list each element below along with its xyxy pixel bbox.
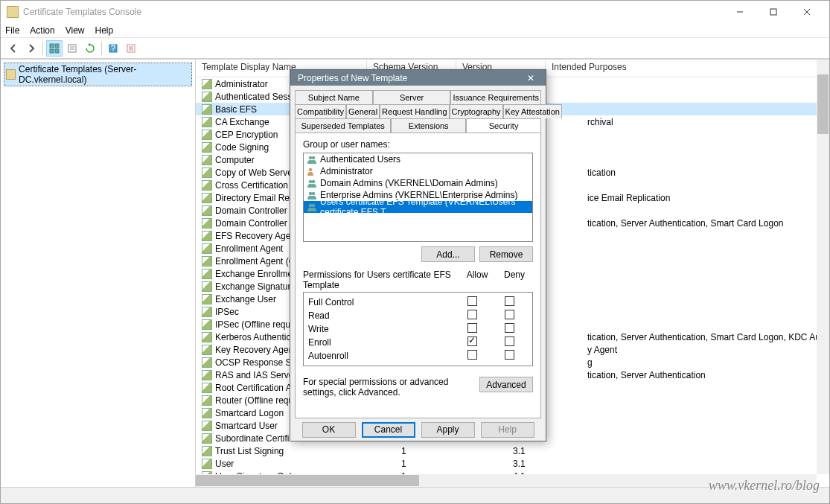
row-purpose: y Agent [587, 345, 829, 355]
allow-checkbox[interactable] [467, 296, 477, 306]
deny-checkbox[interactable] [505, 336, 514, 346]
apply-button[interactable]: Apply [421, 422, 475, 438]
tab-subject-name[interactable]: Subject Name [295, 90, 373, 104]
cert-icon [202, 92, 212, 102]
tab-extensions[interactable]: Extensions [391, 118, 466, 133]
ok-button[interactable]: OK [302, 422, 356, 438]
svg-point-24 [309, 204, 312, 207]
deny-checkbox[interactable] [505, 350, 514, 360]
cert-icon [202, 446, 212, 456]
group-row[interactable]: Domain Admins (VKERNEL\Domain Admins) [304, 177, 532, 189]
security-tabsheet: Group or user names: Authenticated Users… [295, 133, 541, 418]
dialog-title: Properties of New Template [298, 73, 523, 83]
template-row[interactable]: User 1 3.1 [196, 457, 829, 470]
deny-checkbox[interactable] [505, 323, 514, 333]
cert-icon [202, 130, 212, 140]
menu-help[interactable]: Help [95, 25, 114, 36]
forward-button[interactable] [23, 40, 39, 57]
view-button[interactable] [46, 40, 63, 57]
group-listbox[interactable]: Authenticated UsersAdministratorDomain A… [303, 153, 533, 242]
cert-icon [202, 79, 212, 89]
deny-header: Deny [496, 269, 533, 290]
svg-rect-8 [68, 45, 76, 52]
list-button[interactable] [123, 40, 139, 57]
cert-icon [202, 142, 212, 153]
svg-rect-4 [50, 44, 54, 48]
tab-request-handling[interactable]: Request Handling [380, 104, 449, 118]
dialog-titlebar[interactable]: Properties of New Template ✕ [290, 70, 546, 86]
cert-icon [202, 459, 212, 469]
tab-cryptography[interactable]: Cryptography [450, 104, 503, 118]
maximize-button[interactable] [756, 1, 790, 22]
row-purpose: tication, Server Authentication [587, 370, 829, 380]
svg-point-23 [312, 192, 315, 195]
svg-point-19 [309, 168, 312, 171]
template-row[interactable]: Trust List Signing 1 3.1 [196, 444, 829, 457]
add-button[interactable]: Add... [421, 246, 475, 262]
svg-rect-7 [55, 49, 59, 53]
back-button[interactable] [5, 40, 22, 57]
row-schema: 1 [364, 459, 476, 469]
close-button[interactable] [790, 1, 823, 22]
refresh-button[interactable] [82, 40, 98, 57]
row-purpose: rchival [587, 117, 829, 127]
minimize-button[interactable] [723, 1, 756, 22]
properties-button[interactable] [64, 40, 80, 57]
cert-icon [202, 193, 212, 203]
allow-checkbox[interactable] [467, 336, 477, 346]
allow-checkbox[interactable] [467, 310, 477, 319]
svg-point-18 [312, 156, 315, 159]
cert-icon [202, 345, 212, 355]
titlebar: Certificate Templates Console [1, 1, 829, 23]
folder-icon [6, 69, 16, 80]
menu-action[interactable]: Action [30, 25, 54, 36]
svg-text:?: ? [111, 43, 116, 54]
cert-icon [202, 421, 212, 431]
col-purposes[interactable]: Intended Purposes [546, 60, 829, 77]
tab-compatibility[interactable]: Compatibility [295, 104, 346, 118]
special-permissions-text: For special permissions or advanced sett… [303, 377, 473, 398]
group-icon [307, 179, 317, 188]
cert-icon [202, 155, 212, 165]
help-button[interactable]: ? [105, 40, 121, 57]
dialog-close-button[interactable]: ✕ [523, 73, 538, 83]
deny-checkbox[interactable] [505, 310, 514, 319]
cert-icon [202, 281, 212, 292]
cert-icon [202, 117, 212, 127]
app-icon [7, 6, 19, 18]
group-label: Group or user names: [303, 139, 533, 150]
menu-view[interactable]: View [66, 25, 85, 36]
window-title: Certificate Templates Console [23, 7, 723, 17]
group-name: Users certificate EFS Template (VKERNEL\… [320, 197, 529, 217]
deny-checkbox[interactable] [505, 296, 514, 306]
group-row[interactable]: Users certificate EFS Template (VKERNEL\… [304, 201, 532, 213]
group-icon [307, 155, 317, 164]
tab-security[interactable]: Security [466, 118, 541, 133]
allow-checkbox[interactable] [467, 350, 477, 360]
advanced-button[interactable]: Advanced [479, 377, 533, 392]
cert-icon [202, 307, 212, 317]
cancel-button[interactable]: Cancel [362, 422, 415, 438]
cert-icon [202, 231, 212, 241]
row-schema: 1 [364, 446, 476, 456]
help-button-dialog[interactable]: Help [481, 422, 534, 438]
row-purpose: ice Email Replication [587, 193, 829, 203]
remove-button[interactable]: Remove [479, 246, 533, 262]
group-row[interactable]: Authenticated Users [304, 153, 532, 165]
group-row[interactable]: Administrator [304, 165, 532, 177]
permission-name: Enroll [308, 337, 453, 348]
tab-superseded[interactable]: Superseded Templates [295, 118, 391, 133]
menu-file[interactable]: File [5, 25, 19, 36]
tree-root[interactable]: Certificate Templates (Server-DC.vkernel… [4, 63, 192, 86]
statusbar [1, 487, 829, 503]
toolbar: ? [1, 38, 829, 59]
allow-checkbox[interactable] [467, 323, 477, 333]
tab-server[interactable]: Server [373, 90, 451, 104]
tab-general[interactable]: General [346, 104, 380, 118]
cert-icon [202, 370, 212, 380]
tab-issuance[interactable]: Issuance Requirements [450, 90, 541, 104]
cert-icon [202, 433, 212, 444]
tab-key-attestation[interactable]: Key Attestation [503, 104, 562, 118]
scrollbar-vertical[interactable] [817, 60, 829, 474]
group-name: Administrator [320, 166, 373, 176]
